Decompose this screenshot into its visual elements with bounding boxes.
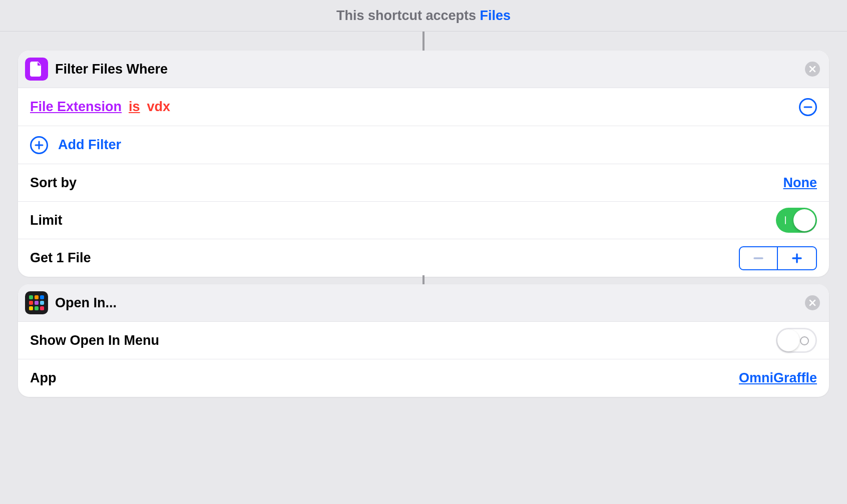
remove-action-button[interactable]	[805, 295, 820, 310]
action-header[interactable]: Filter Files Where	[18, 51, 829, 88]
sort-by-label: Sort by	[30, 175, 783, 191]
get-count-label: Get 1 File	[30, 250, 739, 266]
app-value[interactable]: OmniGraffle	[739, 370, 817, 386]
add-filter-button[interactable]: Add Filter	[18, 126, 829, 164]
count-stepper	[739, 246, 817, 270]
action-title: Filter Files Where	[55, 62, 805, 77]
action-header[interactable]: Open In...	[18, 284, 829, 322]
remove-action-button[interactable]	[805, 62, 820, 77]
header-prefix: This shortcut accepts	[336, 8, 480, 23]
remove-filter-button[interactable]	[799, 98, 817, 116]
get-count-row: Get 1 File	[18, 239, 829, 277]
flow-connector	[422, 32, 425, 51]
header-input-type[interactable]: Files	[480, 8, 511, 23]
limit-label: Limit	[30, 213, 776, 228]
app-label: App	[30, 370, 739, 386]
flow-connector	[422, 275, 425, 284]
action-card-open-in: Open In... Show Open In Menu App OmniGra…	[18, 284, 829, 397]
filter-condition-row: File Extension is vdx	[18, 88, 829, 126]
show-open-in-menu-label: Show Open In Menu	[30, 333, 776, 348]
sort-by-value[interactable]: None	[783, 175, 817, 191]
stepper-decrement[interactable]	[740, 247, 778, 269]
shortcut-input-header[interactable]: This shortcut accepts Files	[0, 0, 847, 32]
file-icon	[25, 58, 48, 81]
limit-row: Limit	[18, 202, 829, 239]
filter-operator[interactable]: is	[129, 99, 140, 115]
plus-circle-icon	[30, 136, 48, 154]
stepper-increment[interactable]	[778, 247, 816, 269]
filter-attribute[interactable]: File Extension	[30, 99, 122, 115]
action-title: Open In...	[55, 295, 805, 311]
limit-toggle[interactable]	[776, 208, 817, 233]
add-filter-label: Add Filter	[58, 137, 121, 153]
app-row: App OmniGraffle	[18, 359, 829, 397]
show-open-in-menu-row: Show Open In Menu	[18, 322, 829, 359]
sort-by-row: Sort by None	[18, 164, 829, 202]
filter-value[interactable]: vdx	[147, 99, 171, 115]
show-open-in-menu-toggle[interactable]	[776, 328, 817, 353]
app-grid-icon	[25, 291, 48, 314]
action-card-filter-files: Filter Files Where File Extension is vdx…	[18, 51, 829, 277]
